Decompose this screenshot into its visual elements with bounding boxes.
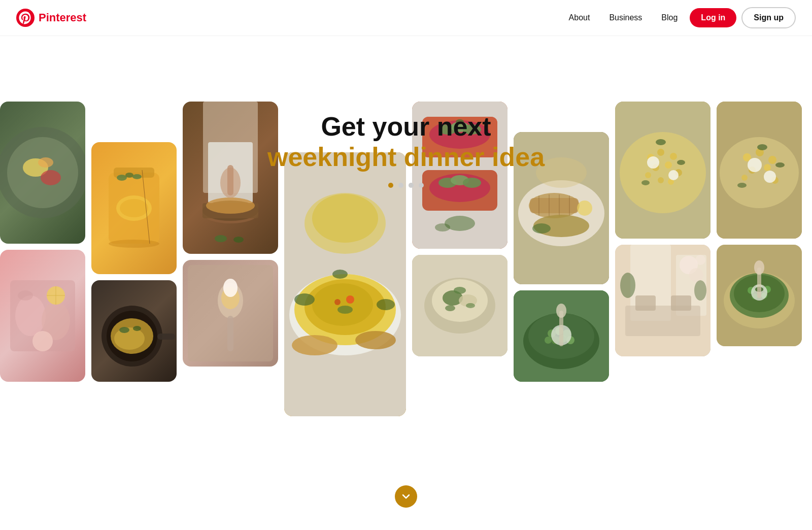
- food-svg-14: [717, 102, 802, 239]
- image-col-8: [717, 102, 802, 416]
- dot-4[interactable]: [419, 183, 424, 188]
- image-col-1: [0, 102, 85, 416]
- svg-point-81: [454, 287, 466, 294]
- pinterest-logo-icon: [16, 9, 35, 27]
- logo-text: Pinterest: [39, 11, 86, 24]
- svg-point-140: [768, 156, 776, 164]
- svg-rect-130: [671, 295, 691, 311]
- food-svg-6: [183, 260, 278, 367]
- food-svg-12: [615, 102, 710, 239]
- food-svg-1: [0, 102, 85, 244]
- svg-rect-43: [227, 316, 233, 351]
- hero-section: Get your next weeknight dinner idea: [0, 0, 812, 530]
- food-svg-7: [284, 152, 406, 416]
- food-svg-11: [514, 290, 609, 382]
- svg-point-135: [694, 280, 706, 301]
- nav-about[interactable]: About: [562, 9, 597, 26]
- svg-point-39: [215, 235, 227, 242]
- food-svg-4: [91, 280, 177, 382]
- signup-button[interactable]: Sign up: [741, 7, 796, 28]
- food-image-2[interactable]: [0, 250, 85, 382]
- svg-point-54: [292, 335, 337, 355]
- food-image-13[interactable]: [615, 245, 710, 356]
- svg-rect-26: [157, 334, 175, 340]
- svg-point-36: [206, 197, 255, 214]
- food-image-7[interactable]: [284, 152, 406, 416]
- svg-point-4: [41, 170, 61, 185]
- svg-point-147: [757, 144, 767, 150]
- svg-point-10: [32, 331, 53, 351]
- nav-blog[interactable]: Blog: [654, 9, 685, 26]
- svg-point-40: [233, 237, 244, 243]
- svg-point-132: [689, 268, 703, 282]
- scroll-down-button[interactable]: [395, 485, 417, 508]
- image-col-4: [284, 152, 406, 416]
- food-image-5[interactable]: [183, 102, 278, 254]
- svg-rect-87: [530, 198, 579, 213]
- dot-3[interactable]: [409, 183, 414, 188]
- food-image-12[interactable]: [615, 102, 710, 239]
- svg-point-144: [741, 175, 748, 181]
- svg-point-6: [38, 157, 53, 168]
- dot-1[interactable]: [388, 183, 393, 188]
- chevron-down-icon: [401, 491, 411, 502]
- food-svg-13: [615, 245, 710, 356]
- svg-point-60: [312, 194, 378, 243]
- svg-point-53: [337, 306, 353, 314]
- svg-point-93: [577, 201, 592, 216]
- food-image-1[interactable]: [0, 102, 85, 244]
- svg-point-146: [764, 171, 776, 183]
- svg-point-22: [132, 174, 142, 179]
- svg-point-145: [748, 158, 762, 172]
- svg-point-30: [133, 326, 141, 331]
- svg-rect-38: [227, 165, 233, 195]
- svg-point-29: [119, 327, 129, 333]
- svg-point-20: [117, 175, 127, 181]
- top-nav: About Business Blog Log in Sign up: [562, 7, 796, 28]
- login-button[interactable]: Log in: [690, 8, 736, 27]
- food-image-3[interactable]: [91, 142, 177, 274]
- svg-point-108: [556, 304, 566, 318]
- food-svg-3: [91, 142, 177, 274]
- nav-business[interactable]: Business: [602, 9, 649, 26]
- image-col-7: [615, 102, 710, 416]
- svg-point-94: [532, 223, 551, 234]
- food-image-6[interactable]: [183, 260, 278, 367]
- food-svg-9: [412, 255, 507, 356]
- svg-point-122: [656, 139, 666, 145]
- svg-point-133: [695, 255, 705, 265]
- svg-point-58: [332, 270, 348, 279]
- svg-point-123: [677, 160, 685, 165]
- food-image-4[interactable]: [91, 280, 177, 382]
- svg-rect-129: [635, 295, 656, 311]
- svg-point-45: [223, 279, 238, 297]
- svg-point-8: [15, 295, 46, 336]
- food-image-9[interactable]: [412, 255, 507, 356]
- svg-point-51: [346, 295, 354, 304]
- svg-point-83: [466, 303, 475, 308]
- svg-point-55: [355, 331, 396, 349]
- carousel-dots: [267, 183, 545, 188]
- svg-point-28: [114, 327, 145, 350]
- image-col-2: [91, 142, 177, 416]
- dot-2[interactable]: [398, 183, 403, 188]
- hero-title-line1: Get your next: [267, 112, 545, 142]
- svg-point-21: [125, 173, 133, 178]
- hero-title-line2: weeknight dinner idea: [267, 142, 545, 173]
- food-image-14[interactable]: [717, 102, 802, 239]
- svg-point-19: [120, 199, 148, 217]
- svg-point-162: [754, 260, 764, 275]
- svg-point-134: [620, 273, 635, 298]
- food-image-15[interactable]: [717, 245, 802, 346]
- svg-point-124: [641, 180, 650, 185]
- svg-point-52: [334, 299, 341, 305]
- svg-point-11: [18, 290, 33, 301]
- svg-point-148: [775, 162, 785, 168]
- svg-point-121: [668, 170, 679, 180]
- svg-point-113: [670, 153, 677, 160]
- food-image-11[interactable]: [514, 290, 609, 382]
- site-header: Pinterest About Business Blog Log in Sig…: [0, 0, 812, 36]
- logo[interactable]: Pinterest: [16, 9, 86, 27]
- svg-point-115: [665, 161, 672, 169]
- svg-point-117: [645, 172, 651, 178]
